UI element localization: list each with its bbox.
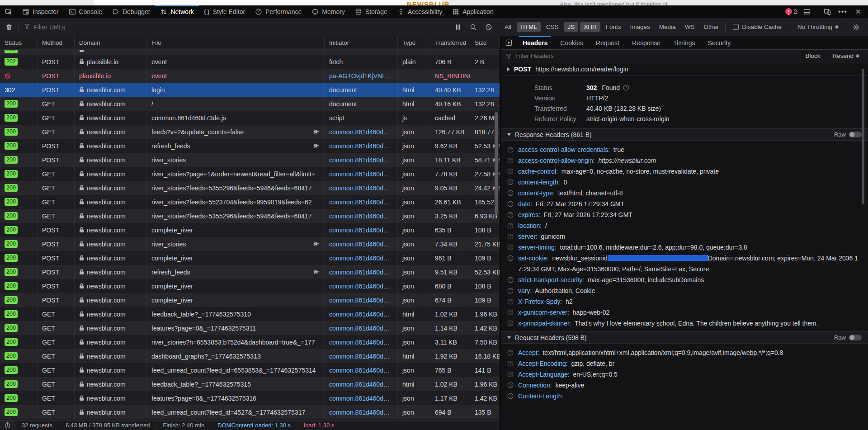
table-row[interactable]: 200POSTnewsblur.comcomplete_rivercommon.…	[0, 293, 500, 307]
header-help-icon[interactable]: ?	[507, 350, 514, 358]
header-help-icon[interactable]: ?	[507, 212, 514, 220]
table-row[interactable]: 200GETnewsblur.comriver_stories?page=1&o…	[0, 167, 500, 181]
filter-pill-images[interactable]: Images	[627, 22, 654, 32]
response-headers-section[interactable]: Response Headers (861 B) Raw	[501, 128, 868, 141]
split-console-icon[interactable]	[802, 7, 812, 17]
header-help-icon[interactable]: ?	[507, 309, 514, 318]
header-help-icon[interactable]: ?	[507, 244, 514, 253]
table-row[interactable]: 200POSTnewsblur.comriver_storiescommon.8…	[0, 153, 500, 167]
filter-pill-css[interactable]: CSS	[542, 22, 562, 32]
devtools-tab-inspector[interactable]: Inspector	[17, 5, 64, 18]
detail-tab-security[interactable]: Security	[702, 36, 737, 49]
table-row[interactable]: 200GETnewsblur.comfeatures?page=0&_=1774…	[0, 321, 500, 335]
table-row[interactable]: 200GETnewsblur.comriver_stories?feeds=53…	[0, 209, 500, 223]
responsive-mode-icon[interactable]	[822, 7, 833, 17]
search-icon[interactable]	[467, 22, 480, 33]
throttling-dropdown[interactable]: No Throttling	[792, 24, 844, 30]
devtools-tab-storage[interactable]: Storage	[350, 5, 392, 18]
column-header-file[interactable]: File	[147, 36, 325, 49]
header-help-icon[interactable]: ?	[507, 146, 514, 155]
header-help-icon[interactable]: ?	[507, 320, 514, 329]
table-row[interactable]: 200POSTnewsblur.comcomplete_rivercommon.…	[0, 279, 500, 293]
network-action-icon[interactable]	[501, 39, 516, 46]
table-row[interactable]: 200POSTnewsblur.comcomplete_rivercommon.…	[0, 223, 500, 237]
header-help-icon[interactable]: ?	[507, 382, 514, 391]
raw-toggle[interactable]	[849, 132, 862, 137]
request-url-line[interactable]: POST https://newsblur.com/reader/login	[501, 62, 868, 76]
details-scrollbar[interactable]	[862, 69, 864, 204]
table-row[interactable]: 200GETnewsblur.comfeed_unread_count?feed…	[0, 405, 500, 419]
column-header-type[interactable]: Type	[398, 36, 430, 49]
filter-pill-other[interactable]: Other	[700, 22, 722, 32]
table-row[interactable]: 200POSTnewsblur.comcomplete_rivercommon.…	[0, 251, 500, 265]
help-icon[interactable]: ?	[623, 85, 629, 91]
table-row[interactable]: 200POSTnewsblur.comrefresh_feedscommon.8…	[0, 265, 500, 279]
devtools-tab-accessibility[interactable]: Accessibility	[392, 5, 447, 18]
table-row[interactable]: 200POSTnewsblur.comrefresh_feedscommon.8…	[0, 139, 500, 153]
table-row[interactable]: 200GETnewsblur.comfeed_unread_count?feed…	[0, 363, 500, 377]
pick-element-button[interactable]	[0, 5, 17, 18]
block-requests-icon[interactable]	[482, 22, 495, 33]
header-help-icon[interactable]: ?	[507, 288, 514, 296]
devtools-tab-network[interactable]: Network	[155, 5, 198, 18]
header-help-icon[interactable]: ?	[507, 233, 514, 242]
filter-pill-media[interactable]: Media	[656, 22, 679, 32]
table-row[interactable]: 200GETnewsblur.comfeeds?v=2&update_count…	[0, 125, 500, 139]
header-help-icon[interactable]: ?	[507, 360, 514, 369]
table-row[interactable]: 200GETnewsblur.com/documenthtml40.16 KB1…	[0, 97, 500, 111]
table-row[interactable]: 200GETnewsblur.comfeedback_table?_=17746…	[0, 377, 500, 391]
column-header-transferred[interactable]: Transferred	[430, 36, 470, 49]
request-headers-section[interactable]: Request Headers (598 B) Raw	[501, 331, 868, 344]
devtools-tab-memory[interactable]: Memory	[307, 5, 350, 18]
meatball-menu-icon[interactable]: •••	[837, 7, 848, 17]
devtools-tab-debugger[interactable]: Debugger	[107, 5, 156, 18]
detail-tab-timings[interactable]: Timings	[667, 36, 702, 49]
resend-button[interactable]: Resend	[828, 52, 863, 60]
table-row[interactable]: 200GETnewsblur.comdashboard_graphs?_=177…	[0, 349, 500, 363]
column-header-method[interactable]: Method	[38, 36, 75, 49]
header-help-icon[interactable]: ?	[507, 222, 514, 231]
column-header-size[interactable]: Size	[470, 36, 500, 49]
table-row[interactable]: 202POSTplausible.ioeventfetchplain706 B2…	[0, 55, 500, 69]
clear-requests-button[interactable]	[0, 24, 18, 31]
column-header-initiator[interactable]: Initiator	[325, 36, 398, 49]
close-devtools-icon[interactable]: ✕	[853, 7, 863, 17]
table-row[interactable]: 200GETnewsblur.comriver_stories?h=655385…	[0, 335, 500, 349]
table-row[interactable]: 302POSTnewsblur.comlogindocumenthtml40.4…	[0, 83, 500, 97]
error-count-badge[interactable]: ! 2	[785, 8, 797, 15]
header-help-icon[interactable]: ?	[507, 371, 514, 380]
table-row[interactable]: 200GETnewsblur.comriver_stories?feeds=53…	[0, 181, 500, 195]
column-header-domain[interactable]: Domain	[75, 36, 147, 49]
devtools-tab-performance[interactable]: Performance	[250, 5, 307, 18]
filter-pill-xhr[interactable]: XHR	[580, 22, 600, 32]
request-list-scrollbar[interactable]	[495, 112, 498, 214]
table-row[interactable]: 200GETnewsblur.comriver_stories?feeds=55…	[0, 195, 500, 209]
detail-tab-response[interactable]: Response	[626, 36, 667, 49]
table-row[interactable]: 200GETnewsblur.comcommon.861d460d73de.js…	[0, 111, 500, 125]
header-help-icon[interactable]: ?	[507, 168, 514, 177]
filter-pill-ws[interactable]: WS	[681, 22, 698, 32]
detail-tab-request[interactable]: Request	[590, 36, 626, 49]
table-row-partial[interactable]: 200	[0, 50, 500, 55]
raw-toggle[interactable]	[849, 335, 862, 340]
filter-pill-fonts[interactable]: Fonts	[602, 22, 625, 32]
pause-traffic-icon[interactable]	[452, 22, 464, 33]
devtools-tab-application[interactable]: Application	[447, 5, 499, 18]
header-help-icon[interactable]: ?	[507, 157, 514, 166]
detail-tab-cookies[interactable]: Cookies	[554, 36, 590, 49]
detail-tab-headers[interactable]: Headers	[516, 36, 554, 49]
header-help-icon[interactable]: ?	[507, 179, 514, 188]
devtools-tab-console[interactable]: Console	[64, 5, 107, 18]
disable-cache-checkbox[interactable]	[733, 24, 739, 30]
header-help-icon[interactable]: ?	[507, 255, 514, 274]
table-row[interactable]: POSTplausible.ioeventpa-AGTOvjd1KjVNL…NS…	[0, 69, 500, 83]
header-help-icon[interactable]: ?	[507, 201, 514, 209]
header-help-icon[interactable]: ?	[507, 277, 514, 285]
filter-headers-input[interactable]	[515, 52, 797, 59]
header-help-icon[interactable]: ?	[507, 393, 514, 402]
filter-pill-js[interactable]: JS	[564, 22, 579, 32]
filter-pill-html[interactable]: HTML	[517, 22, 541, 32]
disable-cache-control[interactable]: Disable Cache	[728, 24, 786, 30]
table-row[interactable]: 200GETnewsblur.comfeatures?page=0&_=1774…	[0, 391, 500, 405]
gear-icon[interactable]	[850, 22, 863, 33]
